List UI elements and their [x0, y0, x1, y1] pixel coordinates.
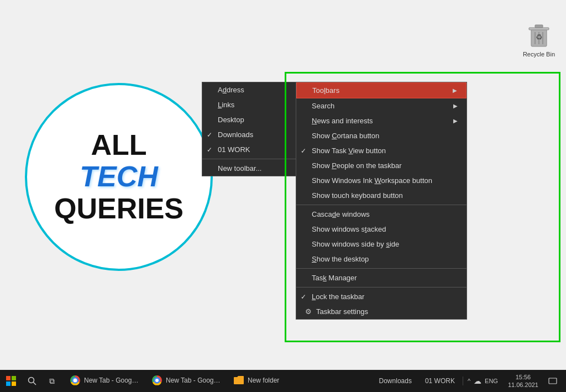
taskbar-item-label-newtab1: New Tab - Google ... — [84, 377, 139, 384]
taskbar-open-apps: New Tab - Google ... New Tab - Google ..… — [62, 370, 374, 391]
cloud-icon: ☁ — [474, 377, 481, 385]
clock-time: 15:56 — [516, 373, 531, 381]
chrome-icon-1 — [70, 375, 81, 386]
menu-separator-3 — [296, 287, 467, 288]
notification-center-button[interactable] — [544, 370, 562, 392]
taskbar-item-label-newfolder: New folder — [248, 377, 279, 384]
context-menu-toolbars[interactable]: Address Links Desktop Downloads 01 WORK … — [202, 82, 298, 176]
svg-rect-2 — [535, 25, 543, 28]
menu-item-cascade[interactable]: Cascade windows — [296, 207, 467, 222]
menu-item-links[interactable]: Links — [202, 97, 298, 112]
svg-point-17 — [155, 379, 159, 382]
menu-item-show-desktop[interactable]: Show the desktop — [296, 252, 467, 266]
arrow-icon: ▶ — [453, 87, 457, 93]
taskbar[interactable]: ⧉ New Tab - Google ... — [0, 370, 566, 392]
menu-item-toolbars[interactable]: Toolbars ▶ — [296, 82, 467, 98]
menu-item-01work[interactable]: 01 WORK — [202, 142, 298, 157]
taskbar-item-newtab2[interactable]: New Tab - Google ... — [146, 370, 227, 391]
menu-item-search[interactable]: Search ▶ — [296, 98, 467, 113]
task-view-button[interactable]: ⧉ — [42, 370, 62, 391]
logo-area: ALL TECH QUERIES — [17, 17, 221, 337]
recycle-bin-label: Recycle Bin — [523, 51, 555, 58]
folder-icon — [233, 375, 244, 386]
desktop: ALL TECH QUERIES ♻ Recycle Bin Address — [0, 0, 566, 370]
taskbar-tray: Downloads 01 WORK ^ ☁ ENG 15:56 11.06.20… — [374, 370, 566, 392]
menu-item-news[interactable]: News and interests ▶ — [296, 113, 467, 128]
tray-expand-button[interactable]: ^ — [468, 378, 470, 384]
svg-rect-18 — [549, 378, 557, 384]
svg-rect-9 — [6, 381, 11, 386]
taskbar-downloads-label[interactable]: Downloads — [374, 370, 417, 391]
svg-text:♻: ♻ — [535, 33, 542, 41]
start-button[interactable] — [0, 370, 22, 392]
menu-item-ink[interactable]: Show Windows Ink Workspace button — [296, 173, 467, 188]
taskbar-item-label-newtab2: New Tab - Google ... — [166, 377, 221, 384]
recycle-bin-icon: ♻ — [526, 22, 552, 49]
menu-separator-2 — [296, 268, 467, 269]
svg-rect-1 — [529, 28, 549, 30]
svg-line-12 — [33, 382, 36, 385]
logo-line3: QUERIES — [54, 193, 184, 224]
menu-item-touch-keyboard[interactable]: Show touch keyboard button — [296, 188, 467, 203]
menu-item-task-manager[interactable]: Task Manager — [296, 270, 467, 285]
menu-separator-1 — [296, 205, 467, 205]
logo-text: ALL TECH QUERIES — [54, 129, 184, 224]
taskbar-item-newfolder[interactable]: New folder — [228, 370, 285, 391]
system-tray: ^ ☁ ENG — [463, 377, 502, 385]
logo-circle: ALL TECH QUERIES — [25, 83, 213, 271]
menu-item-desktop[interactable]: Desktop — [202, 112, 298, 127]
menu-item-cortana[interactable]: Show Cortana button — [296, 128, 467, 143]
menu-item-stacked[interactable]: Show windows stacked — [296, 222, 467, 237]
menu-item-people[interactable]: Show People on the taskbar — [296, 158, 467, 173]
menu-item-new-toolbar[interactable]: New toolbar... — [202, 161, 298, 176]
menu-item-downloads[interactable]: Downloads — [202, 127, 298, 142]
svg-point-15 — [74, 379, 77, 382]
taskbar-01work-label[interactable]: 01 WORK — [420, 370, 460, 391]
menu-item-lock-taskbar[interactable]: Lock the taskbar — [296, 289, 467, 304]
recycle-bin[interactable]: ♻ Recycle Bin — [523, 22, 555, 58]
arrow-icon: ▶ — [453, 103, 458, 109]
taskbar-search-button[interactable] — [22, 371, 42, 391]
menu-item-taskbar-settings[interactable]: ⚙ Taskbar settings — [296, 304, 467, 319]
arrow-icon: ▶ — [453, 118, 458, 124]
language-indicator[interactable]: ENG — [485, 378, 498, 384]
menu-item-task-view[interactable]: Show Task View button — [296, 143, 467, 158]
taskbar-clock[interactable]: 15:56 11.06.2021 — [505, 373, 542, 389]
clock-date: 11.06.2021 — [508, 381, 538, 389]
gear-icon: ⚙ — [305, 307, 312, 316]
taskbar-item-newtab1[interactable]: New Tab - Google ... — [64, 370, 145, 391]
context-menu-taskbar[interactable]: Toolbars ▶ Search ▶ News and interests ▶… — [296, 82, 467, 320]
menu-separator — [202, 159, 298, 159]
chrome-icon-2 — [151, 375, 163, 386]
logo-line2: TECH — [54, 161, 184, 192]
svg-rect-7 — [6, 376, 11, 380]
menu-item-address[interactable]: Address — [202, 82, 298, 97]
svg-rect-10 — [12, 381, 16, 386]
svg-rect-8 — [12, 376, 16, 380]
logo-line1: ALL — [54, 129, 184, 161]
menu-item-side-by-side[interactable]: Show windows side by side — [296, 237, 467, 252]
